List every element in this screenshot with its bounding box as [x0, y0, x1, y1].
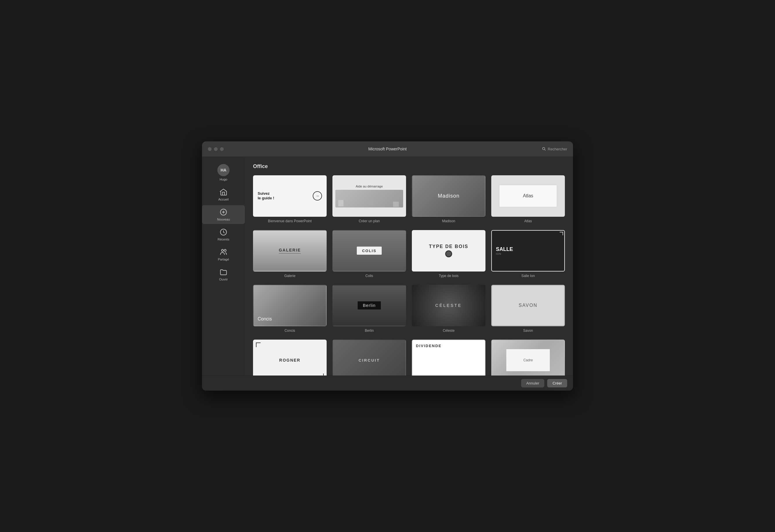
- plus-circle-icon: [219, 208, 227, 216]
- template-label-savon: Savon: [523, 329, 533, 333]
- svg-point-6: [221, 249, 223, 252]
- main-layout: HA Hugo Accueil Nouveau: [202, 156, 573, 376]
- sidebar-partage-label: Partagé: [218, 258, 229, 261]
- template-label-creer: Créer un plan: [359, 219, 380, 223]
- traffic-lights: [208, 147, 224, 151]
- template-item-rogner[interactable]: ROGNER Rogner: [253, 340, 326, 376]
- sidebar-item-user[interactable]: HA Hugo: [202, 161, 245, 184]
- sidebar-item-accueil[interactable]: Accueil: [202, 185, 245, 204]
- template-label-concis: Concis: [284, 329, 295, 333]
- section-title: Office: [253, 163, 565, 170]
- template-thumb-celeste: CÉLESTE: [412, 285, 486, 326]
- footer: Annuler Créer: [202, 376, 573, 391]
- creer-title: Aide au démarrage: [355, 185, 383, 188]
- template-item-galerie[interactable]: GALERIE Galerie: [253, 230, 326, 278]
- template-thumb-colis: COLIS: [332, 230, 406, 272]
- sidebar-item-partage[interactable]: Partagé: [202, 245, 245, 264]
- create-button[interactable]: Créer: [547, 379, 567, 387]
- template-item-celeste[interactable]: CÉLESTE Céleste: [412, 285, 486, 333]
- template-item-typebois[interactable]: TYPE DE BOIS Type de bois: [412, 230, 486, 278]
- sidebar: HA Hugo Accueil Nouveau: [202, 156, 245, 376]
- salleion-sub: ION: [496, 252, 502, 255]
- template-label-colis: Colis: [365, 274, 373, 278]
- berlin-text: Berlin: [363, 303, 375, 308]
- sidebar-ouvrir-label: Ouvrir: [219, 278, 228, 281]
- template-label-berlin: Berlin: [365, 329, 374, 333]
- template-thumb-atlas: Atlas: [491, 175, 565, 217]
- svg-point-0: [543, 147, 545, 150]
- titlebar: Microsoft PowerPoint Rechercher: [202, 141, 573, 156]
- template-label-salleion: Salle Ion: [522, 274, 535, 278]
- template-item-savon[interactable]: SAVON Savon: [491, 285, 565, 333]
- template-item-salleion[interactable]: SALLE ION Salle Ion: [491, 230, 565, 278]
- dividende-text: DIVIDENDE: [416, 344, 442, 348]
- galerie-text: GALERIE: [279, 248, 301, 254]
- template-thumb-salleion: SALLE ION: [491, 230, 565, 272]
- concis-text: Concis: [258, 316, 272, 322]
- colis-inner: COLIS: [357, 247, 382, 255]
- circuit-text: CIRCUIT: [358, 358, 380, 362]
- template-thumb-rogner: ROGNER: [253, 340, 326, 376]
- home-icon: [219, 188, 227, 196]
- atlas-inner: Atlas: [499, 185, 557, 207]
- sidebar-item-recents[interactable]: Récents: [202, 225, 245, 244]
- salleion-corner-icon: [560, 232, 563, 235]
- celeste-text: CÉLESTE: [435, 303, 462, 308]
- minimize-button[interactable]: [214, 147, 218, 151]
- search-label: Rechercher: [548, 147, 567, 151]
- cadre-inner: Cadre: [506, 349, 550, 371]
- template-item-berlin[interactable]: Berlin Berlin: [332, 285, 406, 333]
- template-label-typebois: Type de bois: [439, 274, 459, 278]
- close-button[interactable]: [208, 147, 211, 151]
- content-area[interactable]: Office Suivez le guide ! → Bienvenue dan…: [245, 156, 573, 376]
- people-icon: [219, 248, 227, 256]
- template-thumb-bienvenue: Suivez le guide ! →: [253, 175, 326, 217]
- template-thumb-galerie: GALERIE: [253, 230, 326, 272]
- template-thumb-circuit: CIRCUIT: [332, 340, 406, 376]
- template-thumb-madison: Madison: [412, 175, 486, 217]
- template-label-celeste: Céleste: [443, 329, 455, 333]
- template-item-circuit[interactable]: CIRCUIT Circuit: [332, 340, 406, 376]
- sidebar-item-ouvrir[interactable]: Ouvrir: [202, 265, 245, 284]
- search-icon: [542, 147, 546, 151]
- search-area[interactable]: Rechercher: [542, 147, 567, 151]
- template-label-bienvenue: Bienvenue dans PowerPoint: [268, 219, 312, 223]
- rogner-corner-br-icon: [319, 374, 324, 376]
- svg-point-7: [224, 249, 226, 252]
- maximize-button[interactable]: [220, 147, 224, 151]
- template-thumb-creer: Aide au démarrage: [332, 175, 406, 217]
- sidebar-nouveau-label: Nouveau: [217, 218, 230, 221]
- template-thumb-dividende: DIVIDENDE: [412, 340, 486, 376]
- template-label-atlas: Atlas: [524, 219, 532, 223]
- typebois-text: TYPE DE BOIS: [429, 244, 468, 249]
- clock-icon: [219, 228, 227, 236]
- atlas-text: Atlas: [523, 193, 533, 198]
- template-item-dividende[interactable]: DIVIDENDE Dividende: [412, 340, 486, 376]
- templates-grid: Suivez le guide ! → Bienvenue dans Power…: [253, 175, 565, 376]
- avatar: HA: [217, 164, 229, 176]
- sidebar-recents-label: Récents: [218, 238, 229, 241]
- window-title: Microsoft PowerPoint: [368, 147, 407, 151]
- template-thumb-cadre: Cadre: [491, 340, 565, 376]
- template-item-colis[interactable]: COLIS Colis: [332, 230, 406, 278]
- salleion-title: SALLE: [496, 246, 513, 252]
- template-thumb-berlin: Berlin: [332, 285, 406, 326]
- template-item-madison[interactable]: Madison Madison: [412, 175, 486, 223]
- template-thumb-typebois: TYPE DE BOIS: [412, 230, 486, 272]
- template-label-galerie: Galerie: [284, 274, 295, 278]
- template-thumb-savon: SAVON: [491, 285, 565, 326]
- template-item-atlas[interactable]: Atlas Atlas: [491, 175, 565, 223]
- template-item-concis[interactable]: Concis Concis: [253, 285, 326, 333]
- template-item-creer[interactable]: Aide au démarrage Créer un plan: [332, 175, 406, 223]
- svg-line-1: [545, 150, 546, 151]
- sidebar-item-nouveau[interactable]: Nouveau: [202, 205, 245, 224]
- template-item-cadre[interactable]: Cadre Cadre: [491, 340, 565, 376]
- rogner-text: ROGNER: [279, 358, 300, 362]
- berlin-inner: Berlin: [357, 301, 381, 309]
- folder-icon: [219, 268, 227, 276]
- template-item-bienvenue[interactable]: Suivez le guide ! → Bienvenue dans Power…: [253, 175, 326, 223]
- cancel-button[interactable]: Annuler: [521, 379, 545, 387]
- app-window: Microsoft PowerPoint Rechercher HA Hugo: [202, 141, 573, 391]
- savon-text: SAVON: [519, 303, 538, 308]
- colis-text: COLIS: [362, 249, 376, 253]
